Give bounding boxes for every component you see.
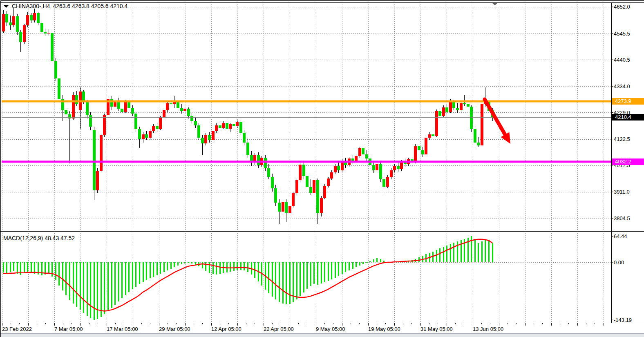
macd-layer[interactable] bbox=[3, 236, 493, 320]
macd-histogram-bar bbox=[65, 262, 67, 295]
candle-body bbox=[93, 130, 96, 190]
macd-histogram-bar bbox=[202, 262, 203, 268]
candle bbox=[33, 9, 36, 22]
candle-body bbox=[44, 32, 47, 33]
candle-body bbox=[418, 146, 420, 150]
macd-histogram-bar bbox=[163, 262, 165, 272]
chart-canvas[interactable]: 4652.04545.54440.54334.04229.04122.54017… bbox=[0, 0, 644, 337]
time-axis[interactable]: 23 Feb 20227 Mar 05:0017 Mar 05:0029 Mar… bbox=[2, 323, 604, 332]
candle bbox=[54, 58, 57, 81]
macd-histogram-bar bbox=[474, 239, 476, 262]
candle-body bbox=[37, 13, 40, 23]
candle bbox=[180, 104, 183, 114]
candle bbox=[149, 129, 152, 140]
resistance-line[interactable] bbox=[2, 100, 612, 103]
candle bbox=[75, 91, 78, 106]
macd-histogram-bar bbox=[114, 262, 116, 305]
candle-body bbox=[330, 172, 333, 179]
candle-body bbox=[183, 109, 186, 111]
candle-body bbox=[257, 155, 260, 165]
macd-histogram-bar bbox=[461, 240, 462, 262]
candle bbox=[257, 152, 260, 168]
macd-histogram-bar bbox=[247, 262, 248, 272]
macd-histogram-bar bbox=[362, 262, 364, 264]
macd-histogram-bar bbox=[55, 262, 56, 280]
macd-histogram-bar bbox=[27, 262, 28, 272]
candle bbox=[201, 135, 204, 155]
macd-histogram-bar bbox=[87, 262, 88, 316]
candle-body bbox=[320, 198, 323, 213]
macd-histogram-bar bbox=[216, 262, 217, 275]
candle bbox=[2, 10, 5, 33]
candle bbox=[114, 98, 116, 108]
candle-body bbox=[282, 202, 284, 212]
macd-histogram-bar bbox=[345, 262, 346, 272]
candle-body bbox=[5, 14, 8, 22]
macd-histogram-bar bbox=[272, 262, 273, 297]
macd-histogram-bar bbox=[383, 261, 385, 262]
candle bbox=[197, 123, 200, 140]
macd-histogram-bar bbox=[31, 262, 32, 272]
candle-body bbox=[100, 135, 103, 171]
down-arrow-annotation[interactable] bbox=[485, 99, 510, 144]
macd-histogram-bar bbox=[51, 262, 53, 277]
macd-tick-label: 64.44 bbox=[614, 233, 627, 239]
macd-histogram-bar bbox=[132, 262, 133, 289]
candle-body bbox=[246, 143, 249, 155]
candle-body bbox=[264, 158, 267, 168]
macd-indicator-label: MACD(12,26,9) 48.43 47.52 bbox=[3, 235, 75, 241]
macd-histogram-bar bbox=[219, 262, 221, 274]
macd-histogram-bar bbox=[492, 243, 493, 262]
candle bbox=[107, 97, 110, 117]
candle-body bbox=[156, 126, 159, 129]
macd-histogram-bar bbox=[205, 262, 206, 271]
price-tick-label: 4652.0 bbox=[614, 4, 630, 10]
macd-histogram-bar bbox=[195, 262, 196, 265]
candle-body bbox=[40, 23, 43, 32]
macd-histogram-bar bbox=[48, 262, 49, 274]
candle-body bbox=[456, 108, 459, 110]
macd-histogram-bar bbox=[118, 262, 119, 301]
macd-histogram-bar bbox=[13, 262, 14, 271]
candle bbox=[442, 105, 445, 118]
candle bbox=[320, 196, 323, 217]
candle bbox=[432, 130, 434, 138]
candle-body bbox=[288, 206, 291, 212]
candle-body bbox=[215, 125, 218, 131]
candle-body bbox=[239, 122, 242, 133]
candle bbox=[12, 8, 15, 27]
candle-body bbox=[177, 102, 179, 107]
candle-body bbox=[463, 103, 466, 105]
support-line[interactable] bbox=[2, 161, 612, 163]
candle-body bbox=[267, 168, 270, 176]
candle-body bbox=[58, 78, 60, 99]
candle bbox=[79, 87, 82, 129]
candle-body bbox=[173, 102, 176, 104]
macd-histogram-bar bbox=[373, 259, 374, 262]
candle bbox=[26, 12, 29, 27]
candles-layer[interactable] bbox=[2, 8, 494, 224]
macd-histogram-bar bbox=[485, 240, 486, 262]
macd-histogram-bar bbox=[446, 245, 447, 262]
candle bbox=[299, 163, 302, 181]
candle-body bbox=[51, 33, 54, 61]
candle-body bbox=[65, 110, 67, 114]
candle bbox=[435, 109, 438, 137]
candle bbox=[253, 153, 256, 165]
time-label: 19 May 05:00 bbox=[368, 326, 400, 332]
candle-body bbox=[149, 131, 152, 138]
macd-histogram-bar bbox=[439, 248, 441, 262]
candle bbox=[61, 95, 64, 121]
macd-histogram-bar bbox=[69, 262, 70, 300]
candle bbox=[334, 164, 337, 174]
candle-body bbox=[204, 135, 207, 143]
candle-body bbox=[323, 186, 326, 198]
symbol-dropdown-icon[interactable] bbox=[3, 5, 9, 8]
candle bbox=[421, 147, 424, 156]
macd-histogram-bar bbox=[313, 262, 315, 284]
candle bbox=[121, 104, 123, 114]
macd-histogram-bar bbox=[478, 243, 479, 262]
time-label: 13 Jun 05:00 bbox=[473, 326, 503, 332]
candle bbox=[229, 123, 232, 132]
candle-body bbox=[33, 13, 36, 20]
